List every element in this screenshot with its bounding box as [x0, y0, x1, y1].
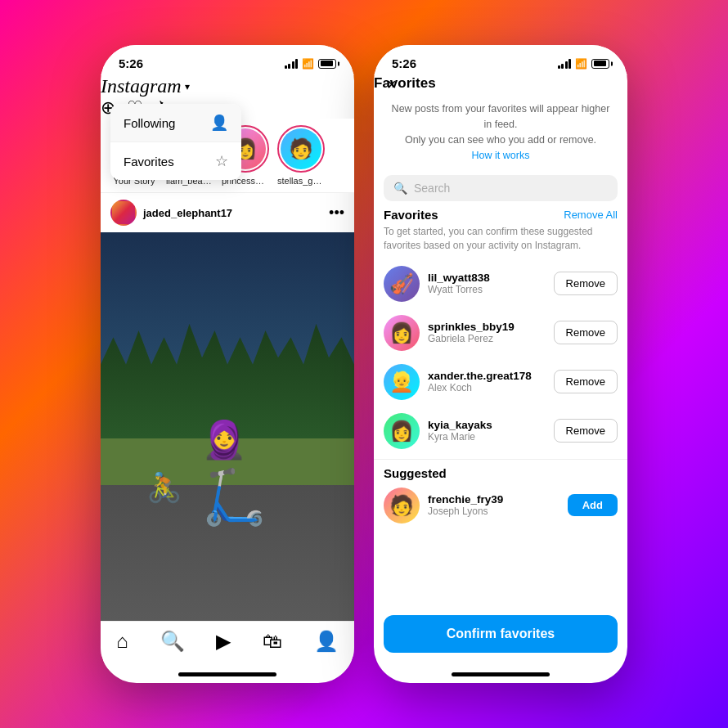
left-home-indicator: [178, 672, 276, 676]
fav-user-handle-0: lil_wyatt838: [428, 272, 546, 284]
battery-icon: [318, 59, 336, 69]
scooter-person: 🛴: [201, 470, 267, 524]
fav-user-info-3: kyia_kayaks Kyra Marie: [428, 419, 546, 443]
fav-user-avatar-2: 👱: [384, 364, 420, 400]
suggested-title: Suggested: [384, 466, 447, 480]
post-username: jaded_elephant17: [143, 207, 232, 219]
fav-remove-btn-3[interactable]: Remove: [554, 419, 618, 443]
fav-user-name-1: Gabriela Perez: [428, 333, 546, 344]
post-user[interactable]: jaded_elephant17: [110, 200, 232, 226]
ig-logo: Instagram: [101, 75, 182, 97]
right-phone: 5:26 📶 × Favorites New post: [374, 45, 627, 683]
dropdown-menu: Following 👤 Favorites ☆: [110, 104, 241, 180]
scene: 🛴 🧕 🚴: [101, 232, 354, 621]
suggested-user-name-0: Joseph Lyons: [428, 506, 559, 517]
star-icon: ☆: [215, 152, 228, 170]
fav-user-info-1: sprinkles_bby19 Gabriela Perez: [428, 321, 546, 344]
favorites-header: × Favorites: [374, 75, 627, 92]
fav-user-avatar-3: 👩: [384, 413, 420, 449]
right-wifi-icon: 📶: [575, 58, 587, 70]
suggested-user-handle-0: frenchie_fry39: [428, 493, 559, 506]
post-image: 🛴 🧕 🚴: [101, 232, 354, 621]
post-more-icon[interactable]: •••: [329, 204, 344, 222]
search-icon: 🔍: [393, 182, 407, 195]
fav-user-info-0: lil_wyatt838 Wyatt Torres: [428, 272, 546, 295]
confirm-btn-container: Confirm favorites: [374, 607, 627, 669]
left-time: 5:26: [119, 56, 143, 70]
story-name-3: stellas_gr0...: [277, 176, 325, 186]
fav-user-info-2: xander.the.great178 Alex Koch: [428, 370, 546, 393]
main-person: 🧕: [201, 421, 247, 458]
person-add-icon: 👤: [210, 114, 228, 132]
left-status-bar: 5:26 📶: [101, 45, 354, 75]
favorites-section-header: Favorites Remove All: [384, 208, 618, 222]
dropdown-following-label: Following: [124, 116, 175, 130]
fav-user-row-0: 🎻 lil_wyatt838 Wyatt Torres Remove: [374, 259, 627, 308]
nav-search-icon[interactable]: 🔍: [160, 630, 185, 653]
nav-profile-icon[interactable]: 👤: [314, 630, 339, 653]
right-battery-icon: [591, 59, 609, 69]
fav-remove-btn-2[interactable]: Remove: [554, 370, 618, 393]
fav-user-name-2: Alex Koch: [428, 382, 546, 393]
ig-logo-container[interactable]: Instagram ▾: [101, 75, 354, 97]
close-button[interactable]: ×: [387, 75, 397, 94]
story-item-3[interactable]: 🧑 stellas_gr0...: [277, 125, 325, 186]
left-status-icons: 📶: [285, 58, 337, 70]
remove-all-button[interactable]: Remove All: [564, 209, 618, 221]
fav-user-handle-3: kyia_kayaks: [428, 419, 546, 431]
right-status-icons: 📶: [558, 58, 610, 70]
dropdown-favorites-label: Favorites: [124, 155, 174, 169]
fav-user-handle-2: xander.the.great178: [428, 370, 546, 382]
fav-user-row-3: 👩 kyia_kayaks Kyra Marie Remove: [374, 407, 627, 456]
nav-reels-icon[interactable]: ▶: [216, 630, 231, 653]
favorites-section-desc: To get started, you can confirm these su…: [384, 225, 618, 253]
suggested-user-row-0: 🧑 frenchie_fry39 Joseph Lyons Add: [374, 481, 627, 530]
section-divider: [374, 459, 627, 460]
dropdown-following[interactable]: Following 👤: [110, 104, 241, 142]
favorites-description: New posts from your favorites will appea…: [387, 101, 614, 147]
ig-logo-arrow: ▾: [185, 81, 190, 92]
dropdown-favorites[interactable]: Favorites ☆: [110, 142, 241, 180]
fav-remove-btn-1[interactable]: Remove: [554, 321, 618, 344]
right-signal-icon: [558, 59, 572, 69]
right-time: 5:26: [392, 56, 416, 70]
fav-user-row-2: 👱 xander.the.great178 Alex Koch Remove: [374, 357, 627, 407]
fav-user-name-3: Kyra Marie: [428, 431, 546, 443]
search-box[interactable]: 🔍 Search: [384, 175, 618, 201]
suggested-add-btn-0[interactable]: Add: [568, 494, 618, 516]
favorites-section: Favorites Remove All To get started, you…: [374, 208, 627, 259]
nav-home-icon[interactable]: ⌂: [116, 630, 128, 653]
signal-icon: [285, 59, 299, 69]
fav-user-name-0: Wyatt Torres: [428, 284, 546, 295]
bottom-nav: ⌂ 🔍 ▶ 🛍 👤: [101, 621, 354, 669]
right-status-bar: 5:26 📶: [374, 45, 627, 75]
favorites-section-title: Favorites: [384, 208, 438, 222]
nav-shop-icon[interactable]: 🛍: [263, 630, 282, 653]
favorites-info: New posts from your favorites will appea…: [374, 92, 627, 169]
right-home-indicator: [452, 672, 550, 676]
wifi-icon: 📶: [302, 58, 314, 70]
post-avatar: [110, 200, 137, 226]
suggested-section: Suggested: [374, 463, 627, 481]
suggested-user-info-0: frenchie_fry39 Joseph Lyons: [428, 493, 559, 517]
how-it-works-link[interactable]: How it works: [472, 150, 530, 161]
favorites-title: Favorites: [374, 75, 436, 91]
confirm-favorites-button[interactable]: Confirm favorites: [384, 615, 618, 653]
fav-user-avatar-0: 🎻: [384, 266, 420, 302]
fav-user-row-1: 👩 sprinkles_bby19 Gabriela Perez Remove: [374, 308, 627, 357]
cyclist: 🚴: [146, 471, 182, 505]
fav-user-avatar-1: 👩: [384, 315, 420, 351]
fav-user-handle-1: sprinkles_bby19: [428, 321, 546, 333]
fav-remove-btn-0[interactable]: Remove: [554, 272, 618, 295]
phones-container: 5:26 📶 Instagram ▾ ⊕: [101, 45, 627, 683]
post-header: jaded_elephant17 •••: [101, 193, 354, 232]
left-phone: 5:26 📶 Instagram ▾ ⊕: [101, 45, 354, 683]
suggested-user-avatar-0: 🧑: [384, 488, 420, 524]
search-container: 🔍 Search: [374, 169, 627, 208]
search-placeholder: Search: [414, 182, 450, 195]
